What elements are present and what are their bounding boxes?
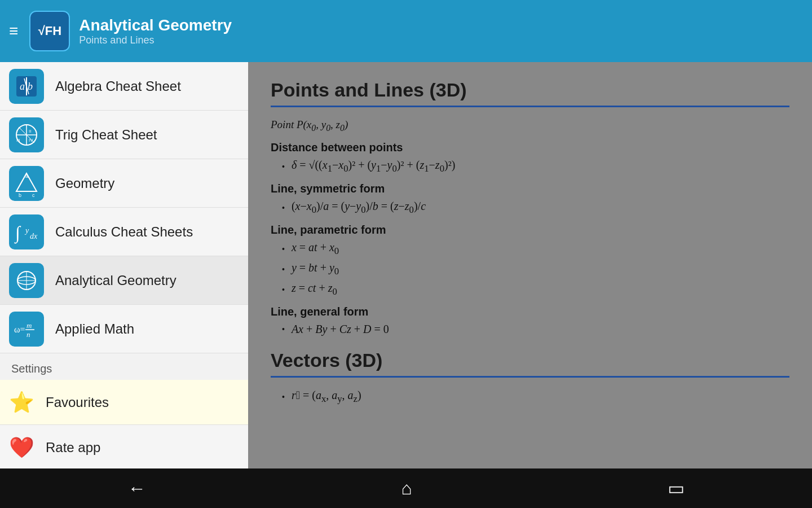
- line-param-y: • y = bt + y0: [282, 261, 789, 277]
- sidebar-analytical-label: Analytical Geometry: [55, 273, 176, 288]
- star-icon: ⭐: [9, 391, 34, 414]
- svg-text:a: a: [25, 173, 28, 179]
- favourites-label: Favourites: [46, 395, 109, 410]
- sidebar-algebra-label: Algebra Cheat Sheet: [55, 78, 181, 94]
- svg-text:a: a: [20, 81, 25, 92]
- sidebar-item-analytical[interactable]: Analytical Geometry: [0, 256, 248, 305]
- app-icon: √FH: [29, 11, 70, 51]
- section2-title: Vectors (3D): [271, 349, 789, 371]
- analytical-icon: [9, 263, 44, 298]
- svg-text:II: II: [29, 129, 31, 134]
- svg-text:dx: dx: [30, 232, 38, 240]
- svg-text:ω=: ω=: [14, 325, 25, 334]
- rate-label: Rate app: [46, 440, 100, 456]
- sidebar: a b Algebra Cheat Sheet I II III IV: [0, 62, 248, 468]
- vector-formula: • r⃗ = (ax, ay, az): [282, 389, 789, 405]
- svg-text:b: b: [19, 192, 21, 197]
- home-button[interactable]: ⌂: [378, 474, 434, 503]
- line-parametric-label: Line, parametric form: [271, 224, 789, 237]
- back-button[interactable]: ←: [105, 474, 168, 503]
- svg-text:III: III: [16, 138, 20, 143]
- header-title: Analytical Geometry: [79, 16, 232, 34]
- geometry-icon: b c a: [9, 166, 44, 201]
- line-param-z: • z = ct + z0: [282, 282, 789, 297]
- sidebar-geometry-label: Geometry: [55, 176, 114, 191]
- sidebar-item-calculus[interactable]: ∫ y dx Calculus Cheat Sheets: [0, 208, 248, 256]
- app-icon-text: √FH: [38, 24, 61, 38]
- line-symmetric-formula: • (x−x0)/a = (y−y0)/b = (z−z0)/c: [282, 200, 789, 216]
- settings-label: Settings: [11, 362, 52, 375]
- sidebar-applied-label: Applied Math: [55, 321, 134, 337]
- section2-divider: [271, 376, 789, 378]
- heart-icon: ❤️: [9, 436, 34, 459]
- line-general-label: Line, general form: [271, 305, 789, 318]
- header-text: Analytical Geometry Points and Lines: [79, 16, 232, 46]
- distance-label: Distance between points: [271, 141, 789, 154]
- svg-text:b: b: [28, 81, 33, 92]
- top-bar: ≡ √FH Analytical Geometry Points and Lin…: [0, 0, 812, 62]
- sidebar-item-geometry[interactable]: b c a Geometry: [0, 159, 248, 208]
- section1-divider: [271, 106, 789, 107]
- line-param-x: • x = at + x0: [282, 241, 789, 257]
- header-subtitle: Points and Lines: [79, 34, 232, 46]
- sidebar-calculus-label: Calculus Cheat Sheets: [55, 224, 193, 240]
- sidebar-item-algebra[interactable]: a b Algebra Cheat Sheet: [0, 62, 248, 111]
- main-layout: a b Algebra Cheat Sheet I II III IV: [0, 62, 812, 468]
- svg-text:y: y: [24, 226, 29, 235]
- svg-text:∫: ∫: [14, 222, 21, 244]
- trig-icon: I II III IV: [9, 117, 44, 152]
- bottom-nav: ← ⌂ ▭: [0, 468, 812, 508]
- applied-icon: ω= m n: [9, 312, 44, 347]
- recents-button[interactable]: ▭: [645, 473, 707, 503]
- line-general-formula: • Ax + By + Cz + D = 0: [282, 323, 789, 336]
- svg-text:n: n: [27, 330, 30, 339]
- sidebar-trig-label: Trig Cheat Sheet: [55, 127, 157, 143]
- algebra-icon: a b: [9, 69, 44, 104]
- point-label: Point P(x0, y0, z0): [271, 119, 789, 133]
- section1-title: Points and Lines (3D): [271, 79, 789, 101]
- svg-text:I: I: [16, 129, 17, 134]
- hamburger-icon[interactable]: ≡: [9, 22, 18, 40]
- line-symmetric-label: Line, symmetric form: [271, 182, 789, 195]
- rate-item[interactable]: ❤️ Rate app: [0, 425, 248, 468]
- content-area[interactable]: Points and Lines (3D) Point P(x0, y0, z0…: [248, 62, 812, 468]
- sidebar-item-trig[interactable]: I II III IV Trig Cheat Sheet: [0, 111, 248, 159]
- calculus-icon: ∫ y dx: [9, 214, 44, 249]
- svg-text:IV: IV: [29, 138, 33, 143]
- sidebar-item-applied[interactable]: ω= m n Applied Math: [0, 305, 248, 353]
- favourites-item[interactable]: ⭐ Favourites: [0, 380, 248, 425]
- svg-text:c: c: [32, 192, 35, 197]
- svg-text:m: m: [27, 321, 32, 330]
- distance-formula: • δ = √((x1−x0)² + (y1−y0)² + (z1−z0)²): [282, 159, 789, 174]
- settings-section: Settings: [0, 353, 248, 380]
